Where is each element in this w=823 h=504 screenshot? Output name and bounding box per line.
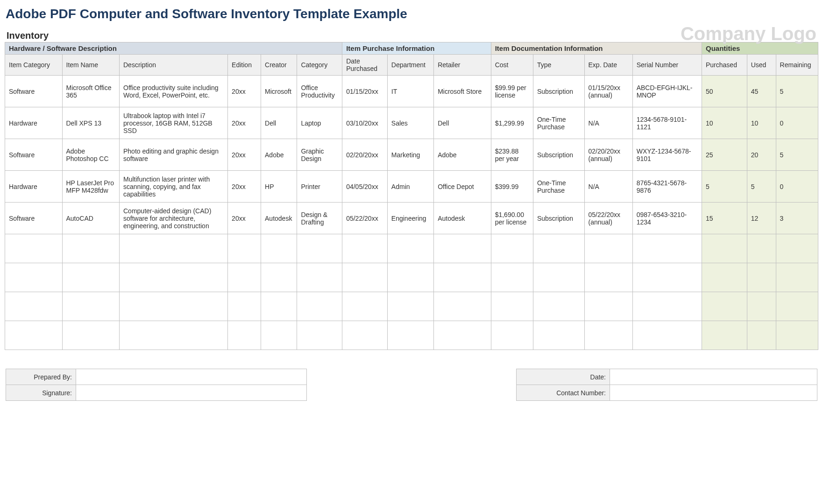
cell-retailer[interactable]: Dell bbox=[434, 107, 491, 139]
cell-description[interactable]: Computer-aided design (CAD) software for… bbox=[120, 203, 228, 234]
cell-empty[interactable] bbox=[387, 234, 433, 263]
cell-date-purchased[interactable]: 04/05/20xx bbox=[342, 171, 388, 203]
cell-empty[interactable] bbox=[702, 292, 747, 321]
cell-empty[interactable] bbox=[776, 263, 818, 292]
cell-exp-date[interactable]: 02/20/20xx (annual) bbox=[584, 139, 632, 171]
cell-empty[interactable] bbox=[747, 321, 776, 350]
cell-exp-date[interactable]: 01/15/20xx (annual) bbox=[584, 76, 632, 107]
cell-item-category[interactable]: Software bbox=[5, 203, 63, 234]
cell-remaining[interactable]: 5 bbox=[776, 139, 818, 171]
cell-empty[interactable] bbox=[747, 263, 776, 292]
cell-empty[interactable] bbox=[5, 234, 63, 263]
cell-item-name[interactable]: Adobe Photoshop CC bbox=[62, 139, 120, 171]
cell-empty[interactable] bbox=[120, 292, 228, 321]
cell-item-category[interactable]: Software bbox=[5, 76, 63, 107]
cell-edition[interactable]: 20xx bbox=[228, 171, 261, 203]
cell-purchased[interactable]: 25 bbox=[702, 139, 747, 171]
cell-department[interactable]: Marketing bbox=[387, 139, 433, 171]
cell-empty[interactable] bbox=[632, 263, 702, 292]
cell-purchased[interactable]: 15 bbox=[702, 203, 747, 234]
cell-empty[interactable] bbox=[5, 292, 63, 321]
cell-description[interactable]: Photo editing and graphic design softwar… bbox=[120, 139, 228, 171]
cell-purchased[interactable]: 5 bbox=[702, 171, 747, 203]
cell-empty[interactable] bbox=[261, 321, 297, 350]
cell-empty[interactable] bbox=[632, 292, 702, 321]
cell-type[interactable]: One-Time Purchase bbox=[533, 171, 584, 203]
cell-empty[interactable] bbox=[434, 292, 491, 321]
cell-empty[interactable] bbox=[297, 321, 342, 350]
cell-used[interactable]: 12 bbox=[747, 203, 776, 234]
cell-empty[interactable] bbox=[342, 321, 388, 350]
cell-creator[interactable]: Autodesk bbox=[261, 203, 297, 234]
cell-used[interactable]: 45 bbox=[747, 76, 776, 107]
cell-empty[interactable] bbox=[120, 321, 228, 350]
cell-serial[interactable]: WXYZ-1234-5678-9101 bbox=[632, 139, 702, 171]
cell-empty[interactable] bbox=[297, 234, 342, 263]
cell-category[interactable]: Design & Drafting bbox=[297, 203, 342, 234]
cell-remaining[interactable]: 3 bbox=[776, 203, 818, 234]
cell-empty[interactable] bbox=[120, 234, 228, 263]
cell-empty[interactable] bbox=[434, 234, 491, 263]
cell-empty[interactable] bbox=[387, 263, 433, 292]
cell-empty[interactable] bbox=[297, 292, 342, 321]
cell-empty[interactable] bbox=[584, 263, 632, 292]
cell-category[interactable]: Printer bbox=[297, 171, 342, 203]
cell-description[interactable]: Multifunction laser printer with scannin… bbox=[120, 171, 228, 203]
cell-empty[interactable] bbox=[434, 321, 491, 350]
cell-edition[interactable]: 20xx bbox=[228, 139, 261, 171]
cell-category[interactable]: Office Productivity bbox=[297, 76, 342, 107]
cell-used[interactable]: 5 bbox=[747, 171, 776, 203]
cell-empty[interactable] bbox=[702, 234, 747, 263]
cell-department[interactable]: Admin bbox=[387, 171, 433, 203]
cell-item-name[interactable]: Dell XPS 13 bbox=[62, 107, 120, 139]
cell-empty[interactable] bbox=[491, 321, 533, 350]
contact-value[interactable] bbox=[610, 385, 817, 401]
cell-empty[interactable] bbox=[584, 292, 632, 321]
cell-edition[interactable]: 20xx bbox=[228, 203, 261, 234]
cell-empty[interactable] bbox=[261, 292, 297, 321]
cell-item-name[interactable]: AutoCAD bbox=[62, 203, 120, 234]
cell-date-purchased[interactable]: 05/22/20xx bbox=[342, 203, 388, 234]
cell-creator[interactable]: Dell bbox=[261, 107, 297, 139]
cell-empty[interactable] bbox=[533, 321, 584, 350]
cell-exp-date[interactable]: N/A bbox=[584, 171, 632, 203]
cell-empty[interactable] bbox=[632, 234, 702, 263]
cell-cost[interactable]: $399.99 bbox=[491, 171, 533, 203]
cell-type[interactable]: Subscription bbox=[533, 76, 584, 107]
cell-edition[interactable]: 20xx bbox=[228, 107, 261, 139]
cell-empty[interactable] bbox=[702, 263, 747, 292]
cell-date-purchased[interactable]: 03/10/20xx bbox=[342, 107, 388, 139]
cell-type[interactable]: Subscription bbox=[533, 203, 584, 234]
cell-empty[interactable] bbox=[533, 263, 584, 292]
cell-empty[interactable] bbox=[62, 263, 120, 292]
cell-description[interactable]: Office productivity suite including Word… bbox=[120, 76, 228, 107]
cell-empty[interactable] bbox=[387, 292, 433, 321]
cell-empty[interactable] bbox=[228, 234, 261, 263]
cell-serial[interactable]: 0987-6543-3210-1234 bbox=[632, 203, 702, 234]
cell-creator[interactable]: HP bbox=[261, 171, 297, 203]
cell-empty[interactable] bbox=[261, 263, 297, 292]
cell-empty[interactable] bbox=[342, 263, 388, 292]
cell-empty[interactable] bbox=[747, 234, 776, 263]
cell-empty[interactable] bbox=[387, 321, 433, 350]
cell-empty[interactable] bbox=[342, 292, 388, 321]
cell-category[interactable]: Laptop bbox=[297, 107, 342, 139]
cell-empty[interactable] bbox=[533, 292, 584, 321]
cell-exp-date[interactable]: 05/22/20xx (annual) bbox=[584, 203, 632, 234]
cell-remaining[interactable]: 0 bbox=[776, 171, 818, 203]
cell-empty[interactable] bbox=[491, 263, 533, 292]
cell-department[interactable]: IT bbox=[387, 76, 433, 107]
cell-purchased[interactable]: 50 bbox=[702, 76, 747, 107]
cell-empty[interactable] bbox=[62, 234, 120, 263]
cell-empty[interactable] bbox=[261, 234, 297, 263]
prepared-by-value[interactable] bbox=[76, 369, 307, 385]
cell-used[interactable]: 20 bbox=[747, 139, 776, 171]
cell-creator[interactable]: Microsoft bbox=[261, 76, 297, 107]
cell-empty[interactable] bbox=[747, 292, 776, 321]
cell-item-name[interactable]: HP LaserJet Pro MFP M428fdw bbox=[62, 171, 120, 203]
cell-retailer[interactable]: Office Depot bbox=[434, 171, 491, 203]
signature-value[interactable] bbox=[76, 385, 307, 401]
cell-serial[interactable]: ABCD-EFGH-IJKL-MNOP bbox=[632, 76, 702, 107]
cell-category[interactable]: Graphic Design bbox=[297, 139, 342, 171]
cell-retailer[interactable]: Autodesk bbox=[434, 203, 491, 234]
